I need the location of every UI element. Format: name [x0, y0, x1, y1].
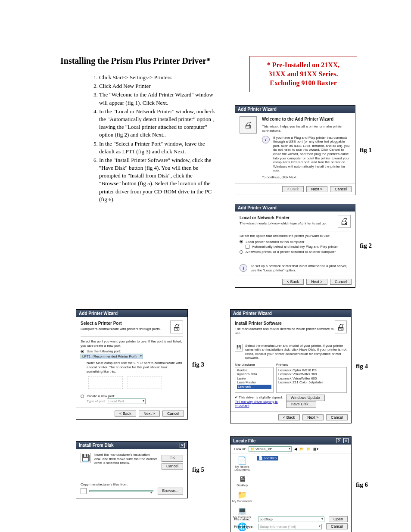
port-diagram	[88, 376, 123, 389]
fig4-title: Add Printer Wizard	[230, 310, 351, 317]
fig6-dialog: Locate File ? × Look in: 📁 Win2K_XP ◀ 📂 …	[230, 436, 352, 532]
file-item[interactable]: 📄 cod2kxp	[257, 456, 278, 460]
fig3-note: Note: Most computers use the LPT1: port …	[87, 361, 183, 373]
fig4-sub: The manufacturer and model determine whi…	[235, 327, 335, 335]
path-select[interactable]	[89, 490, 153, 492]
fig4-prompt: Select the manufacturer and model of you…	[245, 344, 347, 360]
printer-icon	[170, 320, 183, 333]
fig3-heading: Select a Printer Port	[81, 320, 161, 326]
fig1-line1: This wizard helps you install a printer …	[262, 124, 351, 133]
fig3-title: Add Printer Wizard	[76, 310, 187, 317]
printer-icon	[240, 116, 257, 134]
fig4-heading: Install Printer Software	[235, 320, 335, 326]
fig1-info: If you have a Plug and Play printer that…	[273, 136, 351, 173]
fig1-heading: Welcome to the Add Printer Wizard	[262, 116, 351, 122]
fig4-label: fig 4	[356, 363, 368, 370]
help-icon[interactable]: ?	[336, 438, 341, 443]
fig5-label: fig 5	[192, 466, 204, 473]
cancel-button[interactable]: Cancel	[162, 463, 183, 470]
next-button[interactable]: Next >	[302, 414, 323, 420]
preinstalled-note: * Pre-Installed on 21XX, 31XX and 91XX S…	[249, 56, 357, 92]
fig5-dialog: Install From Disk × 💾 Insert the manufac…	[76, 441, 188, 498]
info-icon: i	[240, 264, 247, 272]
printers-col-header: Printers	[276, 363, 347, 367]
disk-icon: 💾	[235, 344, 243, 352]
lookin-label: Look in:	[234, 447, 246, 451]
step-6: In the "Install Printer Software" window…	[99, 156, 215, 203]
views-icon[interactable]: ▦▾	[313, 447, 318, 451]
back-button[interactable]: < Back	[115, 411, 136, 417]
floppy-icon	[81, 488, 87, 494]
fig5-text: Insert the manufacturer's installation d…	[94, 453, 157, 465]
fig2-label: fig 2	[360, 242, 372, 249]
filetype-select[interactable]: Setup Information (*.inf)	[258, 524, 322, 529]
fig5-title: Install From Disk	[79, 443, 114, 448]
fig2-title: Add Printer Wizard	[235, 204, 355, 212]
filename-input[interactable]: cod2kxp	[258, 516, 324, 522]
cancel-button[interactable]: Cancel	[330, 186, 352, 192]
fig2-info: To set up a network printer that is not …	[251, 264, 351, 272]
autodetect-checkbox[interactable]	[246, 245, 249, 249]
use-port-radio[interactable]	[81, 350, 84, 353]
next-button[interactable]: Next >	[306, 186, 327, 192]
local-printer-radio[interactable]	[240, 240, 243, 243]
step-2: Click Add New Printer	[99, 82, 215, 90]
places-bar[interactable]: 📄My Recent Documents 🖥Desktop 📁My Docume…	[230, 454, 254, 514]
cancel-button[interactable]: Cancel	[162, 411, 184, 417]
fig2-sub: The wizard needs to know which type of p…	[240, 221, 327, 226]
info-icon: i	[262, 136, 270, 143]
fig6-title: Locate File	[233, 439, 255, 443]
printer-icon	[338, 215, 351, 228]
fig3-prompt: Select the port you want your printer to…	[81, 339, 183, 348]
step-1: Click Start-> Settings-> Printers	[99, 74, 215, 81]
page-title: Installing the Prism Plus Printer Driver…	[60, 56, 221, 66]
lookin-select[interactable]: 📁 Win2K_XP	[249, 446, 292, 452]
cancel-button[interactable]: Cancel	[326, 414, 348, 420]
fig6-label: fig 6	[356, 481, 368, 488]
ok-button[interactable]: OK	[162, 455, 183, 462]
back-button[interactable]: < Back	[282, 186, 304, 192]
steps-list: Click Start-> Settings-> Printers Click …	[60, 74, 215, 203]
step-3: The "Welcome to the Add Printer Wizard" …	[99, 91, 215, 106]
up-icon[interactable]: 📂	[299, 447, 304, 451]
port-type-select: Local Port	[107, 398, 146, 404]
close-icon[interactable]: ×	[343, 438, 349, 443]
fig2-heading: Local or Network Printer	[240, 215, 327, 221]
newfolder-icon[interactable]: 📁	[306, 447, 311, 451]
close-icon[interactable]: ×	[180, 443, 185, 448]
filetype-label: Files of type:	[234, 525, 255, 529]
fig1-label: fig 1	[360, 146, 372, 154]
create-port-radio[interactable]	[81, 395, 84, 398]
next-button[interactable]: Next >	[139, 411, 159, 417]
manufacturer-list[interactable]: Konica Kyocera Mita Lanier LaserMaster L…	[235, 367, 274, 393]
fig3-sub: Computers communicate with printers thro…	[81, 327, 161, 331]
printers-list[interactable]: Lexmark Optra W810 PS Lexmark ValueWrite…	[276, 367, 347, 393]
fig3-dialog: Add Printer Wizard Select a Printer Port…	[76, 309, 188, 420]
have-disk-button[interactable]: Have Disk...	[286, 401, 317, 408]
cancel-button[interactable]: Cancel	[326, 523, 348, 529]
network-printer-radio[interactable]	[240, 250, 243, 254]
back-button[interactable]: < Back	[282, 279, 304, 285]
step-4: In the "Local or Network Printer" window…	[99, 108, 215, 139]
file-area[interactable]: 📄 cod2kxp	[254, 454, 351, 514]
open-button[interactable]: Open	[329, 516, 348, 522]
fig5-copy: Copy manufacturer's files from:	[81, 482, 183, 487]
port-select[interactable]: LPT1: (Recommended Printer Port)	[81, 354, 143, 360]
step-5: In the "Select a Printer Port" window, l…	[99, 140, 215, 156]
mfr-col-header: Manufacturer	[235, 363, 274, 367]
disk-icon: 💾	[81, 453, 91, 463]
browse-button[interactable]: Browse...	[158, 488, 184, 495]
next-button[interactable]: Next >	[306, 279, 327, 285]
fig1-dialog: Add Printer Wizard Welcome to the Add Pr…	[235, 105, 355, 195]
signed-text: ✔ This driver is digitally signed.	[235, 395, 284, 400]
cancel-button[interactable]: Cancel	[330, 279, 352, 285]
port-diagram	[128, 376, 162, 389]
signing-link[interactable]: Tell me why driver signing is important	[235, 400, 284, 408]
back-button[interactable]: < Back	[278, 414, 300, 420]
windows-update-button[interactable]: Windows Update	[286, 395, 325, 401]
fig1-title: Add Printer Wizard	[235, 106, 355, 113]
fig3-label: fig 3	[192, 361, 204, 368]
fig2-prompt: Select the option that describes the pri…	[240, 234, 351, 238]
back-icon[interactable]: ◀	[294, 447, 297, 451]
fig4-dialog: Add Printer Wizard Install Printer Softw…	[230, 309, 352, 423]
